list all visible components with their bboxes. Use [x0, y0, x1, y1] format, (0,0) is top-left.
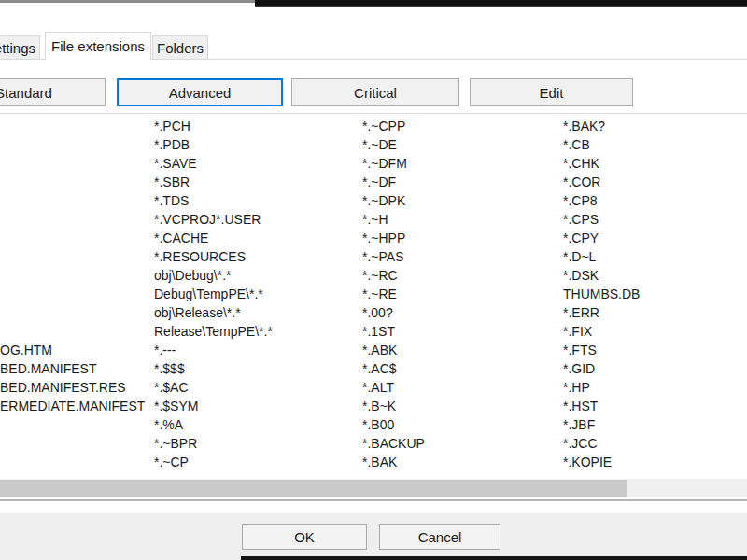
list-item[interactable]: *.CPS: [563, 210, 599, 229]
tab-ettings[interactable]: ettings: [0, 35, 40, 60]
list-item[interactable]: *.~DPK: [362, 191, 405, 210]
list-item[interactable]: *.$$$: [154, 359, 185, 378]
list-item[interactable]: *.JCC: [563, 434, 598, 453]
list-item[interactable]: obj\Release\*.*: [154, 303, 241, 322]
footer-separator: [0, 499, 747, 501]
list-item[interactable]: *.$AC: [154, 378, 189, 397]
list-item[interactable]: *.~PAS: [362, 247, 404, 266]
list-item[interactable]: *.~RE: [362, 285, 397, 303]
background-window-bottom-edge: [241, 556, 747, 560]
ok-button[interactable]: OK: [242, 524, 367, 550]
list-item[interactable]: *.CACHE: [154, 229, 208, 247]
list-item[interactable]: *.JBF: [563, 415, 595, 434]
list-item[interactable]: *.SAVE: [154, 154, 197, 173]
list-item[interactable]: *.00?: [362, 303, 393, 322]
category-button-critical[interactable]: Critical: [291, 78, 459, 106]
background-window-top-edge: [0, 0, 255, 3]
list-item[interactable]: *.~DE: [362, 135, 397, 154]
list-item[interactable]: *.BAK?: [563, 117, 605, 135]
list-item[interactable]: *.BACKUP: [362, 434, 425, 453]
list-item[interactable]: *.DSK: [563, 266, 599, 285]
list-item[interactable]: *.FTS: [563, 341, 597, 359]
dialog-footer: [0, 513, 747, 560]
list-item[interactable]: *.SBR: [154, 173, 190, 191]
list-item[interactable]: *.ERR: [563, 303, 599, 322]
list-item[interactable]: *.CP8: [563, 191, 598, 210]
list-item[interactable]: *.AC$: [362, 359, 397, 378]
list-item[interactable]: *.ALT: [362, 378, 394, 397]
list-item[interactable]: *.PDB: [154, 135, 190, 154]
list-item[interactable]: *.~DF: [362, 173, 396, 191]
list-item[interactable]: *.---: [154, 341, 176, 359]
list-item[interactable]: *.BAK: [362, 453, 397, 471]
list-item[interactable]: *.PCH: [154, 117, 190, 135]
list-item[interactable]: *.HST: [563, 397, 598, 415]
list-item[interactable]: Release\TempPE\*.*: [154, 322, 273, 341]
list-item[interactable]: *.VCPROJ*.USER: [154, 210, 261, 229]
list-item[interactable]: *.B00: [362, 415, 394, 434]
horizontal-scrollbar-thumb[interactable]: [0, 480, 627, 497]
list-item[interactable]: Debug\TempPE\*.*: [154, 285, 263, 303]
list-item[interactable]: *.D~L: [563, 247, 596, 266]
list-item[interactable]: *.1ST: [362, 322, 395, 341]
horizontal-scrollbar[interactable]: [0, 479, 747, 497]
list-item[interactable]: *.KOPIE: [563, 453, 612, 471]
list-item[interactable]: *.~CPP: [362, 117, 405, 135]
list-item[interactable]: *.RESOURCES: [154, 247, 246, 266]
list-item[interactable]: ERMEDIATE.MANIFEST: [0, 397, 145, 415]
list-item[interactable]: obj\Debug\*.*: [154, 266, 232, 285]
list-item[interactable]: *.~BPR: [154, 434, 197, 453]
list-item[interactable]: BED.MANIFEST.RES: [0, 378, 126, 397]
list-item[interactable]: *.GID: [563, 359, 595, 378]
list-item[interactable]: *.CPY: [563, 229, 599, 247]
list-item[interactable]: *.$SYM: [154, 397, 198, 415]
list-item[interactable]: BED.MANIFEST: [0, 359, 96, 378]
list-item[interactable]: *.%A: [154, 415, 183, 434]
list-item[interactable]: OG.HTM: [0, 341, 52, 359]
background-window-titlebar: [255, 0, 747, 7]
tab-file-extensions[interactable]: File extensions: [45, 32, 151, 60]
tab-folders[interactable]: Folders: [152, 35, 208, 60]
list-item[interactable]: *.ABK: [362, 341, 397, 359]
list-item[interactable]: *.FIX: [563, 322, 592, 341]
list-item[interactable]: *.~H: [362, 210, 388, 229]
list-item[interactable]: *.COR: [563, 173, 600, 191]
cancel-button[interactable]: Cancel: [379, 524, 500, 550]
category-button-advanced[interactable]: Advanced: [117, 78, 283, 106]
list-item[interactable]: *.CB: [563, 135, 590, 154]
list-item[interactable]: *.TDS: [154, 191, 189, 210]
category-button-edit[interactable]: Edit: [470, 78, 633, 106]
category-button-standard[interactable]: Standard: [0, 78, 106, 106]
list-item[interactable]: *.B~K: [362, 397, 396, 415]
list-item[interactable]: *.~RC: [362, 266, 398, 285]
list-item[interactable]: *.CHK: [563, 154, 599, 173]
list-item[interactable]: *.~DFM: [362, 154, 407, 173]
list-item[interactable]: *.~CP: [154, 453, 189, 471]
list-item[interactable]: THUMBS.DB: [563, 285, 640, 303]
list-item[interactable]: *.~HPP: [362, 229, 405, 247]
list-item[interactable]: *.HP: [563, 378, 590, 397]
